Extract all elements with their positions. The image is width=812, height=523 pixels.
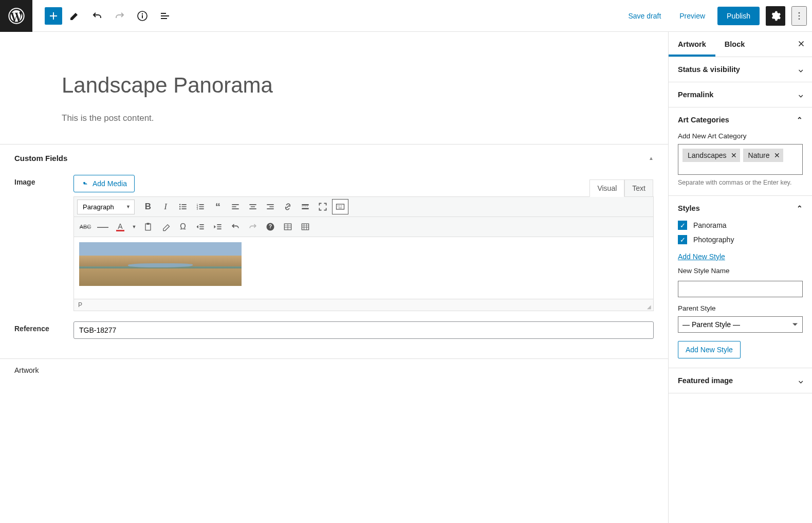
checkbox-checked-icon[interactable]: ✓ — [678, 235, 687, 244]
clear-formatting-button[interactable] — [157, 219, 174, 235]
svg-rect-3 — [142, 15, 143, 18]
add-category-label: Add New Art Category — [678, 132, 803, 140]
undo-button[interactable] — [87, 6, 107, 26]
read-more-icon — [300, 202, 310, 212]
remove-tag-button[interactable]: ✕ — [731, 151, 737, 159]
remove-tag-button[interactable]: ✕ — [774, 151, 780, 159]
section-featured-image[interactable]: Featured image ⌵ — [669, 368, 812, 393]
paste-text-button[interactable] — [140, 219, 156, 235]
list-view-icon — [159, 10, 171, 22]
align-left-button[interactable] — [227, 199, 244, 214]
text-color-button[interactable]: A — [112, 219, 128, 235]
help-icon: ? — [265, 222, 275, 232]
bullet-list-button[interactable] — [175, 199, 191, 214]
section-permalink[interactable]: Permalink ⌵ — [669, 82, 812, 107]
redo-icon — [114, 10, 126, 22]
eraser-icon — [160, 222, 171, 232]
publish-button[interactable]: Publish — [717, 7, 760, 25]
clipboard-icon — [143, 222, 153, 232]
align-center-button[interactable] — [245, 199, 261, 214]
table-icon — [300, 222, 310, 232]
text-color-dropdown[interactable]: ▼ — [130, 219, 139, 235]
tag-label: Landscapes — [688, 151, 727, 159]
section-status-label: Status & visibility — [678, 65, 740, 74]
strikethrough-button[interactable]: ABC — [77, 219, 94, 235]
outdent-button[interactable] — [192, 219, 209, 235]
undo-icon — [230, 222, 241, 232]
wysiwyg-toolbar-row-1: Paragraph B I 123 “ — [74, 197, 653, 217]
gear-icon — [770, 10, 781, 22]
add-media-button[interactable]: Add Media — [73, 175, 135, 192]
align-right-button[interactable] — [262, 199, 279, 214]
more-menu-button[interactable] — [791, 6, 807, 26]
section-permalink-label: Permalink — [678, 91, 713, 99]
tab-text[interactable]: Text — [624, 179, 653, 197]
svg-point-8 — [179, 204, 181, 206]
blockquote-button[interactable]: “ — [210, 199, 226, 214]
numbered-list-icon: 123 — [195, 202, 206, 212]
tag-hint: Separate with commas or the Enter key. — [678, 179, 803, 186]
parent-style-select[interactable]: — Parent Style — — [678, 316, 803, 333]
info-icon — [136, 10, 149, 22]
inserted-image[interactable] — [79, 242, 242, 286]
save-draft-button[interactable]: Save draft — [622, 8, 667, 24]
special-char-button[interactable]: Ω — [175, 219, 191, 235]
numbered-list-button[interactable]: 123 — [192, 199, 209, 214]
close-icon — [797, 39, 806, 48]
undo-editor-button[interactable] — [227, 219, 244, 235]
hr-button[interactable]: — — [95, 219, 111, 235]
settings-button[interactable] — [766, 6, 785, 26]
section-art-categories[interactable]: Art Categories ⌃ — [669, 107, 812, 132]
tab-visual[interactable]: Visual — [589, 179, 624, 197]
post-content[interactable]: This is the post content. — [62, 113, 606, 123]
redo-editor-button[interactable] — [245, 219, 261, 235]
section-featured-image-label: Featured image — [678, 376, 733, 385]
tab-artwork[interactable]: Artwork — [669, 32, 715, 57]
style-checkbox-row[interactable]: ✓ Photography — [678, 235, 803, 244]
tag-chip: Landscapes ✕ — [682, 149, 740, 162]
top-toolbar: Save draft Preview Publish — [0, 0, 812, 32]
tab-block[interactable]: Block — [715, 32, 754, 57]
add-block-button[interactable] — [45, 7, 62, 25]
fullscreen-button[interactable] — [315, 199, 331, 214]
toolbar-toggle-button[interactable] — [332, 199, 348, 214]
info-button[interactable] — [132, 6, 153, 26]
chevron-up-icon: ⌃ — [797, 204, 803, 212]
italic-button[interactable]: I — [157, 199, 174, 214]
close-sidebar-button[interactable] — [790, 33, 812, 56]
section-art-categories-label: Art Categories — [678, 116, 729, 124]
section-styles-label: Styles — [678, 204, 700, 212]
read-more-button[interactable] — [297, 199, 313, 214]
new-style-name-input[interactable] — [678, 281, 803, 297]
add-new-style-link[interactable]: Add New Style — [678, 253, 725, 261]
svg-text:?: ? — [269, 224, 272, 229]
table-button[interactable] — [280, 219, 296, 235]
style-checkbox-row[interactable]: ✓ Panorama — [678, 221, 803, 230]
redo-icon — [248, 222, 258, 232]
table-button-2[interactable] — [297, 219, 313, 235]
format-select[interactable]: Paragraph — [77, 200, 135, 214]
indent-button[interactable] — [210, 219, 226, 235]
redo-button[interactable] — [109, 6, 130, 26]
help-button[interactable]: ? — [262, 219, 279, 235]
post-title[interactable]: Landscape Panorama — [62, 73, 606, 98]
section-status-visibility[interactable]: Status & visibility ⌵ — [669, 57, 812, 82]
svg-point-5 — [799, 15, 800, 16]
svg-point-9 — [179, 206, 181, 208]
outline-button[interactable] — [155, 6, 175, 26]
wordpress-icon — [8, 8, 25, 24]
align-center-icon — [248, 202, 258, 212]
section-styles[interactable]: Styles ⌃ — [669, 196, 812, 221]
preview-button[interactable]: Preview — [673, 8, 711, 24]
category-tag-input[interactable]: Landscapes ✕ Nature ✕ — [678, 144, 803, 175]
wordpress-logo[interactable] — [0, 0, 32, 32]
reference-input[interactable] — [73, 321, 654, 339]
tools-button[interactable] — [64, 6, 85, 26]
bold-button[interactable]: B — [140, 199, 156, 214]
collapse-panel-button[interactable]: ▲ — [649, 155, 654, 161]
add-new-style-button[interactable]: Add New Style — [678, 341, 741, 358]
settings-sidebar: Artwork Block Status & visibility ⌵ Perm… — [668, 32, 812, 523]
checkbox-checked-icon[interactable]: ✓ — [678, 221, 687, 230]
link-button[interactable] — [280, 199, 296, 214]
editor-content-area[interactable] — [74, 237, 653, 299]
